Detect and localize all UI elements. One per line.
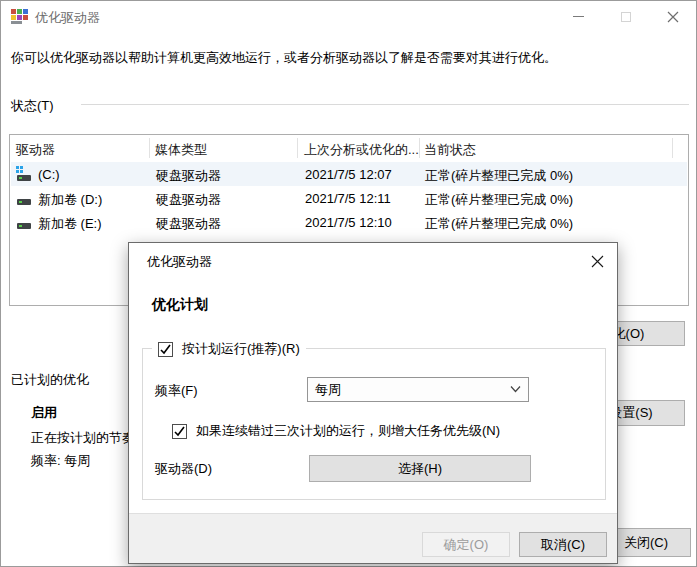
window-description: 你可以优化驱动器以帮助计算机更高效地运行，或者分析驱动器以了解是否需要对其进行优…: [11, 49, 681, 67]
drive-icon: [16, 214, 34, 230]
missed-runs-label: 如果连续错过三次计划的运行，则增大任务优先级(N): [196, 422, 500, 440]
cell-status: 正常(碎片整理已完成 0%): [425, 167, 573, 185]
drive-icon: [16, 190, 34, 206]
optimization-schedule-dialog: 优化驱动器 优化计划 按计划运行(推荐)(R) 频率(F) 每周 如果连续错过三…: [128, 242, 618, 564]
ok-button: 确定(O): [422, 532, 510, 557]
dialog-close-button[interactable]: [586, 251, 608, 271]
chevron-down-icon: [510, 385, 521, 393]
column-header-status[interactable]: 当前状态: [424, 141, 476, 159]
dialog-heading: 优化计划: [152, 296, 208, 314]
run-on-schedule-checkbox[interactable]: 按计划运行(推荐)(R): [152, 340, 306, 358]
cell-last: 2021/7/5 12:10: [305, 215, 392, 230]
frequency-label: 频率(F): [155, 382, 198, 400]
checkbox-box: [158, 342, 173, 357]
system-drive-icon: [16, 166, 34, 182]
defrag-app-icon: [11, 9, 28, 25]
drives-label: 驱动器(D): [155, 460, 212, 478]
cell-drive: 新加卷 (E:): [38, 215, 102, 233]
missed-runs-checkbox[interactable]: 如果连续错过三次计划的运行，则增大任务优先级(N): [172, 422, 500, 440]
titlebar: 优化驱动器: [1, 1, 696, 33]
window-title: 优化驱动器: [35, 9, 100, 27]
dialog-title: 优化驱动器: [147, 253, 212, 271]
frequency-selected-value: 每周: [308, 381, 341, 399]
column-header-last[interactable]: 上次分析或优化的...: [304, 141, 419, 159]
cell-media: 硬盘驱动器: [156, 167, 221, 185]
cell-last: 2021/7/5 12:11: [305, 191, 391, 206]
cell-status: 正常(碎片整理已完成 0%): [425, 191, 573, 209]
status-section-label: 状态(T): [11, 97, 54, 115]
optimize-drives-window: 优化驱动器 你可以优化驱动器以帮助计算机更高效地运行，或者分析驱动器以了解是否需…: [0, 0, 697, 567]
column-divider: [419, 138, 420, 158]
column-divider: [297, 138, 298, 158]
scheduled-frequency: 频率: 每周: [31, 452, 90, 470]
minimize-icon: [573, 16, 584, 17]
scheduled-section-label: 已计划的优化: [11, 371, 89, 389]
dialog-footer: 确定(O) 取消(C): [129, 513, 617, 563]
cell-last: 2021/7/5 12:07: [305, 167, 392, 182]
frequency-dropdown[interactable]: 每周: [307, 377, 529, 402]
cancel-button[interactable]: 取消(C): [519, 532, 607, 557]
cell-drive: (C:): [38, 167, 60, 182]
run-on-schedule-label: 按计划运行(推荐)(R): [182, 340, 300, 358]
cell-media: 硬盘驱动器: [156, 191, 221, 209]
cell-status: 正常(碎片整理已完成 0%): [425, 215, 573, 233]
maximize-button: [602, 1, 649, 32]
checkmark-icon: [173, 425, 186, 438]
checkbox-box: [172, 424, 187, 439]
column-divider: [149, 138, 150, 158]
drives-table-header: 驱动器 媒体类型 上次分析或优化的... 当前状态: [10, 135, 688, 161]
choose-drives-button[interactable]: 选择(H): [309, 455, 531, 482]
table-row-drive-e[interactable]: 新加卷 (E:) 硬盘驱动器 2021/7/5 12:10 正常(碎片整理已完成…: [11, 210, 687, 234]
column-divider: [672, 138, 673, 158]
close-window-button[interactable]: [649, 1, 696, 32]
table-row-drive-d[interactable]: 新加卷 (D:) 硬盘驱动器 2021/7/5 12:11 正常(碎片整理已完成…: [11, 186, 687, 210]
status-divider: [81, 104, 689, 105]
scheduled-state: 启用: [31, 404, 57, 422]
close-icon: [591, 255, 604, 268]
table-row-drive-c[interactable]: (C:) 硬盘驱动器 2021/7/5 12:07 正常(碎片整理已完成 0%): [11, 162, 687, 186]
scheduled-detail: 正在按计划的节奏: [31, 429, 135, 447]
column-header-media[interactable]: 媒体类型: [155, 141, 207, 159]
column-header-drive[interactable]: 驱动器: [16, 141, 55, 159]
maximize-icon: [621, 12, 631, 22]
close-icon: [667, 11, 679, 23]
checkmark-icon: [159, 343, 172, 356]
minimize-button[interactable]: [555, 1, 602, 32]
cell-drive: 新加卷 (D:): [38, 191, 102, 209]
cell-media: 硬盘驱动器: [156, 215, 221, 233]
